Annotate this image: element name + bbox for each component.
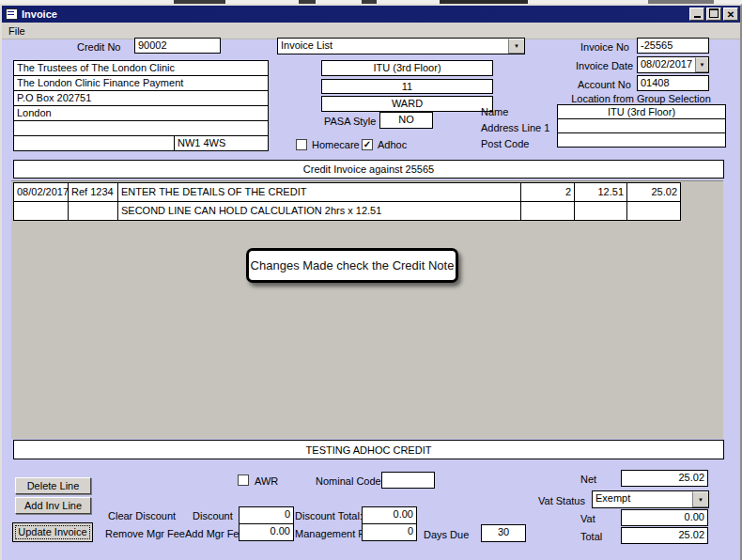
add-inv-line-button[interactable]: Add Inv Line <box>15 497 91 514</box>
close-button[interactable]: ✕ <box>723 8 738 21</box>
minimize-button[interactable] <box>689 8 704 21</box>
homecare-checkbox[interactable] <box>296 139 307 150</box>
management-fee-field[interactable]: 0 <box>362 523 417 541</box>
nominal-code-field[interactable] <box>381 472 435 489</box>
ward-type-field[interactable]: WARD <box>321 96 493 112</box>
line-rate-cell[interactable] <box>574 201 627 221</box>
ward-name-field[interactable]: ITU (3rd Floor) <box>321 60 493 76</box>
nominal-code-label: Nominal Code <box>316 475 381 487</box>
footer-banner: TESTING ADHOC CREDIT <box>13 440 724 459</box>
vat-status-label: Vat Status <box>538 495 585 506</box>
group-selection-block: ITU (3rd Floor) <box>557 104 726 148</box>
invoice-date-dropdown[interactable]: 08/02/2017 ▼ <box>637 56 709 73</box>
table-row: 08/02/2017 Ref 1234 ENTER THE DETAILS OF… <box>13 182 681 202</box>
address-line1-label: Address Line 1 <box>481 122 549 133</box>
invoice-date-label: Invoice Date <box>576 60 633 71</box>
credit-no-field[interactable]: 90002 <box>134 38 221 54</box>
chevron-down-icon[interactable]: ▼ <box>695 57 708 72</box>
discount-total-label: Discount Total: <box>295 510 363 521</box>
table-row: SECOND LINE CAN HOLD CALCULATION 2hrs x … <box>13 201 681 221</box>
adhoc-checkbox[interactable]: ✓ <box>362 139 373 150</box>
invoice-no-field[interactable]: -25565 <box>637 38 709 54</box>
vat-status-dropdown[interactable]: Exempt ▼ <box>592 490 709 508</box>
maximize-icon <box>709 8 719 18</box>
minimize-icon <box>694 16 701 18</box>
clear-discount-action[interactable]: Clear Discount <box>108 510 176 521</box>
maximize-button[interactable] <box>706 8 721 21</box>
credit-banner: Credit Invoice against 25565 <box>13 160 724 179</box>
discount-field[interactable]: 0 <box>239 506 294 524</box>
customer-address3-field[interactable]: London <box>13 105 269 121</box>
line-amount-cell[interactable]: 25.02 <box>626 182 681 202</box>
post-code-label: Post Code <box>481 138 529 149</box>
customer-address4-field[interactable] <box>13 120 269 136</box>
titlebar[interactable]: Invoice ✕ <box>2 6 740 23</box>
customer-name-field[interactable]: The Trustees of The London Clinic <box>13 60 269 76</box>
awr-label: AWR <box>255 475 278 487</box>
vat-field[interactable]: 0.00 <box>621 509 708 526</box>
menu-file[interactable]: File <box>2 23 32 39</box>
line-rate-cell[interactable]: 12.51 <box>574 182 627 202</box>
line-description-cell[interactable]: ENTER THE DETAILS OF THE CREDIT <box>117 182 521 202</box>
net-label: Net <box>580 474 596 485</box>
line-ref-cell[interactable] <box>68 201 118 221</box>
account-no-label: Account No <box>578 79 631 90</box>
invoice-list-dropdown[interactable]: Invoice List ▼ <box>277 38 525 54</box>
customer-postcode-field[interactable]: NW1 4WS <box>175 136 268 150</box>
window-title: Invoice <box>22 8 57 20</box>
customer-address2-field[interactable]: P.O Box 202751 <box>13 90 269 106</box>
homecare-label: Homecare <box>312 139 360 150</box>
group-selection-title: Location from Group Selection <box>557 93 725 104</box>
group-address-field[interactable] <box>557 118 726 133</box>
pasa-style-label: PASA Style <box>324 116 376 127</box>
line-amount-cell[interactable] <box>626 201 681 221</box>
changes-made-popup: Changes Made check the Credit Note <box>246 248 458 283</box>
net-field[interactable]: 25.02 <box>621 470 708 487</box>
delete-line-button[interactable]: Delete Line <box>15 477 91 494</box>
awr-checkbox[interactable] <box>238 474 249 486</box>
discount-total-field[interactable]: 0.00 <box>362 506 417 524</box>
customer-address1-field[interactable]: The London Clinic Finance Payment <box>13 75 269 91</box>
line-qty-cell[interactable] <box>520 201 575 221</box>
close-icon: ✕ <box>727 10 734 19</box>
customer-address5-field[interactable] <box>14 136 175 150</box>
add-mgr-fee-field[interactable]: 0.00 <box>239 523 294 541</box>
update-invoice-button[interactable]: Update Invoice <box>12 522 93 542</box>
line-date-cell[interactable] <box>13 201 69 221</box>
remove-mgr-fee-action[interactable]: Remove Mgr Fee <box>105 528 185 539</box>
app-icon <box>6 8 18 20</box>
customer-address-block: The Trustees of The London Clinic The Lo… <box>13 60 269 151</box>
chevron-down-icon[interactable]: ▼ <box>692 491 708 507</box>
name-label: Name <box>481 106 508 117</box>
group-name-field[interactable]: ITU (3rd Floor) <box>557 104 726 119</box>
account-no-field[interactable]: 01408 <box>637 75 709 91</box>
line-date-cell[interactable]: 08/02/2017 <box>13 182 69 202</box>
line-qty-cell[interactable]: 2 <box>520 182 575 202</box>
total-field[interactable]: 25.02 <box>621 527 708 544</box>
add-mgr-fee-label: Add Mgr Fee <box>185 528 245 539</box>
invoice-no-label: Invoice No <box>580 41 629 53</box>
total-label: Total <box>580 531 602 542</box>
group-postcode-field[interactable] <box>557 132 726 148</box>
ward-number-field[interactable]: 11 <box>321 79 493 94</box>
line-ref-cell[interactable]: Ref 1234 <box>68 182 118 202</box>
adhoc-label: Adhoc <box>378 139 407 150</box>
vat-label: Vat <box>580 513 595 524</box>
line-description-cell[interactable]: SECOND LINE CAN HOLD CALCULATION 2hrs x … <box>117 201 521 221</box>
days-due-label: Days Due <box>424 529 469 540</box>
credit-no-label: Credit No <box>77 41 120 53</box>
chevron-down-icon[interactable]: ▼ <box>508 39 524 54</box>
days-due-field[interactable]: 30 <box>481 524 526 542</box>
screen: Invoice ✕ File Credit No 90002 Invoice L… <box>0 0 742 560</box>
pasa-style-field[interactable]: NO <box>379 112 433 129</box>
discount-label: Discount <box>193 510 233 521</box>
